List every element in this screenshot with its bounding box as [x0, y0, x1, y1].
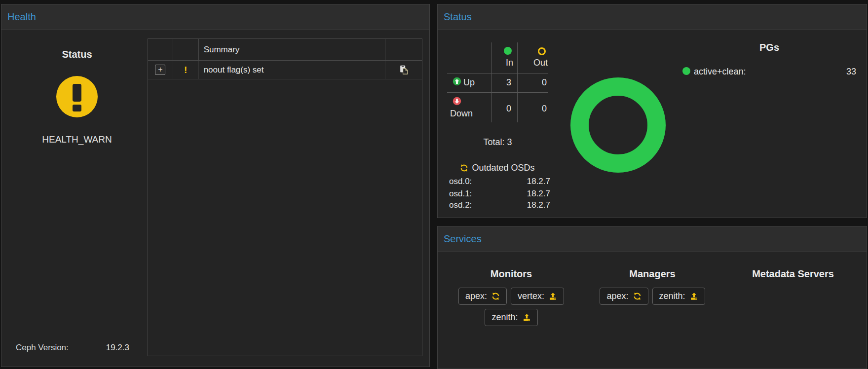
- active-clean-dot-icon: [682, 67, 690, 75]
- services-panel-title: Services: [438, 226, 867, 252]
- service-badge-label: vertex:: [518, 291, 544, 301]
- services-panel-header: Services: [438, 226, 867, 252]
- osd-version: 18.2.7: [498, 200, 550, 210]
- action-cell: [385, 61, 422, 79]
- osd-version: 18.2.7: [498, 188, 550, 199]
- health-status-heading: Status: [33, 49, 121, 60]
- ceph-dashboard: Health Status HEALTH_WARN Ceph Version: …: [0, 0, 868, 369]
- osd-total: Total: 3: [447, 137, 548, 148]
- severity-column-header: [173, 39, 199, 60]
- severity-cell: !: [173, 61, 199, 79]
- status-panel-header: Status: [438, 4, 867, 30]
- upload-icon: [549, 292, 557, 300]
- service-badge-label: zenith:: [491, 312, 518, 323]
- summary-cell: noout flag(s) set: [199, 61, 386, 79]
- table-row[interactable]: + ! noout flag(s) set: [148, 61, 422, 79]
- pgs-legend-label: active+clean:: [694, 66, 746, 77]
- metadata-servers-heading: Metadata Servers: [721, 264, 865, 280]
- row-down-label: Down: [450, 108, 473, 119]
- osd-version: 18.2.7: [498, 176, 550, 186]
- upload-icon: [523, 313, 531, 322]
- ceph-version-label: Ceph Version:: [16, 342, 69, 353]
- service-badge-label: zenith:: [659, 291, 685, 301]
- in-dot-icon: [504, 47, 512, 55]
- summary-column-header[interactable]: Summary: [199, 39, 386, 60]
- out-ring-icon: [538, 47, 546, 55]
- arrow-circle-down-icon: [453, 97, 461, 106]
- managers-column: Managers apex: zenith:: [581, 264, 724, 305]
- grid-line: [447, 92, 548, 93]
- row-up-label: Up: [463, 77, 475, 88]
- arrow-circle-up-icon: [453, 77, 461, 86]
- up-out-value: 0: [517, 77, 547, 88]
- up-in-value: 3: [487, 77, 511, 88]
- service-badge-monitor-vertex[interactable]: vertex:: [511, 288, 564, 305]
- ceph-version-value: 19.2.3: [74, 342, 129, 353]
- expand-cell: +: [148, 61, 173, 79]
- managers-heading: Managers: [581, 264, 724, 280]
- service-badge-manager-apex[interactable]: apex:: [600, 288, 648, 305]
- outdated-osds-heading: Outdated OSDs: [472, 162, 534, 173]
- service-badge-monitor-apex[interactable]: apex:: [458, 288, 507, 305]
- service-badge-label: apex:: [465, 291, 487, 301]
- warning-exclamation-icon: !: [184, 65, 187, 75]
- metadata-servers-column: Metadata Servers: [721, 264, 865, 288]
- table-header-row: Summary: [148, 39, 422, 61]
- service-badge-manager-zenith[interactable]: zenith:: [652, 288, 705, 305]
- exclamation-dot: [73, 105, 81, 111]
- health-panel-header: Health: [1, 4, 429, 30]
- upload-icon: [690, 292, 698, 300]
- refresh-icon: [633, 292, 642, 300]
- copy-icon[interactable]: [399, 65, 409, 75]
- service-badge-monitor-zenith[interactable]: zenith:: [485, 309, 537, 326]
- refresh-icon: [460, 164, 468, 172]
- outdated-osds-heading-row: Outdated OSDs: [441, 162, 554, 173]
- down-out-value: 0: [517, 103, 547, 114]
- expand-plus-icon[interactable]: +: [155, 65, 165, 75]
- pgs-donut-chart: [570, 77, 666, 173]
- health-status-value: HEALTH_WARN: [23, 134, 131, 145]
- expand-column-header: [148, 39, 173, 60]
- health-panel-title: Health: [1, 4, 429, 30]
- health-warn-icon: [56, 76, 98, 117]
- pgs-heading: PGs: [725, 42, 814, 53]
- monitors-heading: Monitors: [440, 264, 583, 280]
- col-in-label: In: [487, 57, 513, 68]
- osd-name: osd.2:: [449, 200, 472, 210]
- grid-line: [447, 74, 548, 74]
- osd-name: osd.0:: [449, 176, 472, 186]
- osd-name: osd.1:: [449, 188, 472, 199]
- down-in-value: 0: [487, 103, 511, 114]
- monitors-badges: apex: vertex: zenith:: [440, 288, 583, 326]
- monitors-column: Monitors apex: vertex:: [440, 264, 583, 326]
- status-panel-title: Status: [438, 4, 867, 30]
- health-summary-table: Summary + ! noout flag(s) set: [148, 38, 422, 356]
- action-column-header: [385, 39, 422, 60]
- exclamation-bar: [73, 84, 81, 102]
- pgs-legend-value: 33: [804, 66, 856, 77]
- managers-badges: apex: zenith:: [581, 288, 724, 305]
- service-badge-label: apex:: [606, 291, 628, 301]
- refresh-icon: [491, 292, 500, 300]
- col-out-label: Out: [517, 57, 548, 68]
